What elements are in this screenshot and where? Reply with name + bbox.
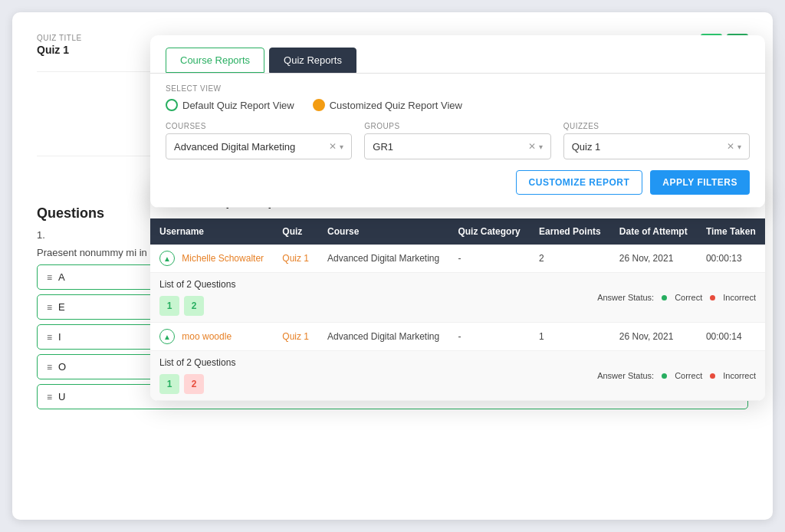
filter-groups-value: GR1 — [373, 141, 527, 153]
reports-tabs: Course Reports Quiz Reports — [150, 35, 765, 74]
filter-courses-select[interactable]: Advanced Digital Marketing ✕ ▾ — [166, 133, 352, 159]
col-quiz: Quiz — [273, 218, 318, 245]
radio-default-label: Default Quiz Report View — [182, 100, 294, 111]
cell-time-2: 00:00:14 — [697, 323, 765, 351]
option-label-i: I — [58, 331, 61, 343]
badge-1-2: 2 — [184, 296, 204, 316]
courses-clear-icon[interactable]: ✕ — [329, 141, 337, 152]
expanded-cell-right-1: Answer Status: Correct Incorrect — [530, 273, 765, 323]
reports-filter-section: SELECT VIEW Default Quiz Report View Cus… — [150, 74, 765, 208]
radio-default[interactable]: Default Quiz Report View — [166, 99, 294, 111]
report-table: Username Quiz Course Quiz Category Earne… — [150, 218, 765, 401]
quiz-title-value: Quiz 1 — [37, 44, 82, 56]
cell-time-1: 00:00:13 — [697, 245, 765, 273]
col-category: Quiz Category — [448, 218, 530, 245]
col-earned: Earned Points — [530, 218, 610, 245]
cell-earned-1: 2 — [530, 245, 610, 273]
quizzes-arrow-icon: ▾ — [737, 143, 741, 151]
correct-dot-2 — [662, 373, 667, 379]
cell-earned-2: 1 — [530, 323, 610, 351]
main-container: QUIZ TITLE Quiz 1 Detailed Attempt Analy… — [12, 12, 773, 520]
badge-2-2: 2 — [184, 374, 204, 394]
filter-quizzes-actions: ✕ ▾ — [727, 141, 741, 152]
option-icon-o: ≡ — [47, 362, 52, 373]
answer-status-2: Answer Status: Correct Incorrect — [539, 371, 756, 380]
filter-groups-actions: ✕ ▾ — [528, 141, 543, 152]
cell-date-1: 26 Nov, 2021 — [610, 245, 697, 273]
expanded-cell-right-2: Answer Status: Correct Incorrect — [530, 351, 765, 401]
user-link-2[interactable]: moo woodle — [182, 331, 232, 342]
reports-overlay: Course Reports Quiz Reports SELECT VIEW … — [150, 35, 765, 208]
quiz-title-section: QUIZ TITLE Quiz 1 — [37, 34, 82, 56]
expanded-cell-left-1: List of 2 Questions 1 2 — [150, 273, 530, 323]
tab-course-reports[interactable]: Course Reports — [166, 48, 264, 73]
table-row: ▲ Michelle Schowalter Quiz 1 Advanced Di… — [150, 245, 765, 273]
quiz-link-2[interactable]: Quiz 1 — [282, 331, 309, 342]
col-date: Date of Attempt — [610, 218, 697, 245]
badge-1-1: 1 — [159, 296, 179, 316]
cell-username-2: ▲ moo woodle — [150, 323, 273, 351]
quizzes-clear-icon[interactable]: ✕ — [727, 141, 734, 152]
incorrect-dot-2 — [710, 373, 715, 379]
expand-btn-2[interactable]: ▲ — [159, 329, 175, 344]
groups-arrow-icon: ▾ — [539, 143, 543, 151]
tab-quiz-reports[interactable]: Quiz Reports — [269, 48, 356, 73]
incorrect-label-1: Incorrect — [723, 293, 756, 302]
answer-status-label-1: Answer Status: — [597, 293, 654, 302]
groups-clear-icon[interactable]: ✕ — [528, 141, 536, 152]
answer-status-1: Answer Status: Correct Incorrect — [539, 293, 756, 302]
option-icon-i: ≡ — [47, 332, 52, 343]
filter-group-groups: GROUPS GR1 ✕ ▾ — [364, 122, 550, 159]
option-icon-e: ≡ — [47, 302, 52, 313]
filter-quizzes-select[interactable]: Quiz 1 ✕ ▾ — [563, 133, 750, 159]
badge-2-1: 1 — [159, 374, 179, 394]
answer-status-label-2: Answer Status: — [597, 371, 654, 380]
incorrect-label-2: Incorrect — [723, 371, 756, 380]
expand-btn-1[interactable]: ▲ — [159, 251, 175, 266]
filters-row: COURSES Advanced Digital Marketing ✕ ▾ G… — [166, 122, 750, 159]
filter-groups-label: GROUPS — [364, 122, 550, 130]
filter-courses-value: Advanced Digital Marketing — [174, 141, 329, 153]
radio-customized[interactable]: Customized Quiz Report View — [313, 99, 462, 111]
select-view-label: SELECT VIEW — [166, 84, 750, 93]
filter-group-quizzes: QUIZZES Quiz 1 ✕ ▾ — [563, 122, 750, 159]
correct-label-2: Correct — [675, 371, 702, 380]
option-icon-a: ≡ — [47, 272, 52, 283]
option-label-u: U — [58, 391, 65, 402]
filter-courses-actions: ✕ ▾ — [329, 141, 343, 152]
filter-quizzes-label: QUIZZES — [563, 122, 750, 130]
questions-list-label-1: List of 2 Questions — [159, 279, 521, 290]
question-badges-1: 1 2 — [159, 296, 521, 316]
col-username: Username — [150, 218, 273, 245]
option-label-o: O — [58, 361, 66, 373]
cell-date-2: 26 Nov, 2021 — [610, 323, 697, 351]
view-options: Default Quiz Report View Customized Quiz… — [166, 99, 750, 111]
filter-groups-select[interactable]: GR1 ✕ ▾ — [364, 133, 550, 159]
cell-category-1: - — [448, 245, 530, 273]
courses-arrow-icon: ▾ — [340, 143, 343, 151]
customize-report-button[interactable]: CUSTOMIZE REPORT — [516, 170, 643, 195]
user-link-1[interactable]: Michelle Schowalter — [182, 253, 264, 264]
correct-dot-1 — [662, 295, 667, 300]
filter-buttons: CUSTOMIZE REPORT APPLY FILTERS — [166, 170, 750, 195]
option-label-e: E — [58, 301, 65, 313]
table-row: ▲ moo woodle Quiz 1 Advanced Digital Mar… — [150, 323, 765, 351]
cell-course-2: Advanced Digital Marketing — [318, 323, 448, 351]
filter-courses-label: COURSES — [166, 122, 352, 130]
table-header-row: Username Quiz Course Quiz Category Earne… — [150, 218, 765, 245]
quiz-link-1[interactable]: Quiz 1 — [282, 253, 309, 264]
option-label-a: A — [58, 271, 65, 283]
col-course: Course — [318, 218, 448, 245]
option-icon-u: ≡ — [47, 392, 52, 402]
cell-username-1: ▲ Michelle Schowalter — [150, 245, 273, 273]
attempts-report: All Attempts Report Username Quiz Course… — [150, 181, 765, 401]
radio-customized-label: Customized Quiz Report View — [330, 100, 462, 111]
cell-category-2: - — [448, 323, 530, 351]
expanded-row-2: List of 2 Questions 1 2 Answer Status: C… — [150, 351, 765, 401]
filter-group-courses: COURSES Advanced Digital Marketing ✕ ▾ — [166, 122, 352, 159]
cell-quiz-2: Quiz 1 — [273, 323, 318, 351]
cell-course-1: Advanced Digital Marketing — [318, 245, 448, 273]
expanded-cell-left-2: List of 2 Questions 1 2 — [150, 351, 530, 401]
apply-filters-button[interactable]: APPLY FILTERS — [650, 170, 750, 195]
quiz-title-label: QUIZ TITLE — [37, 34, 82, 42]
